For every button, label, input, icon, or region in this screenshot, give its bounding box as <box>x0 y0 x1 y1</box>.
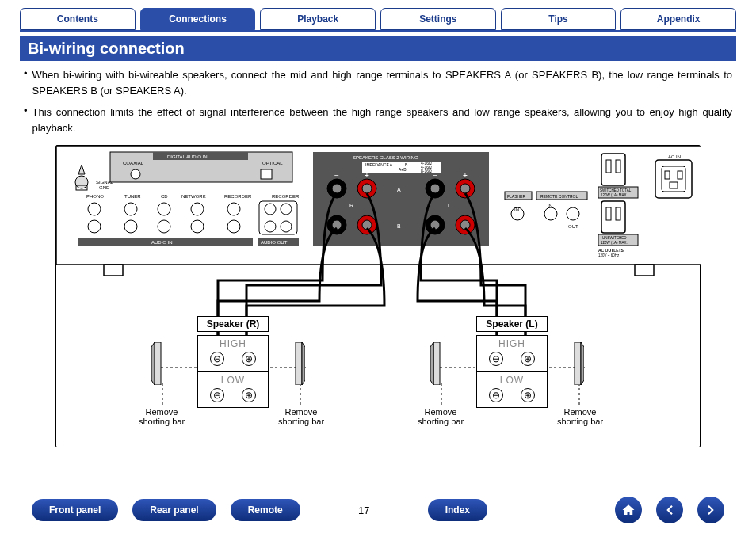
rear-panel-button[interactable]: Rear panel <box>132 499 216 521</box>
speaker-high-label: HIGH <box>198 336 268 349</box>
svg-text:A+B: A+B <box>399 167 407 172</box>
svg-text:A: A <box>397 187 401 192</box>
svg-point-32 <box>265 204 276 215</box>
svg-point-35 <box>281 221 292 232</box>
svg-point-4 <box>75 176 88 188</box>
shorting-caption: Removeshorting bar <box>273 407 329 426</box>
paragraph-2: This connection limits the effect of sig… <box>32 105 732 135</box>
tab-underline <box>20 30 736 32</box>
body-text: •When bi-wiring with bi-wireable speaker… <box>24 66 732 140</box>
speaker-right-label: Speaker (R) <box>197 316 269 332</box>
terminal-plus-icon: ⊕ <box>521 352 535 366</box>
terminal-minus-icon: ⊖ <box>210 352 224 366</box>
svg-text:B: B <box>397 223 401 229</box>
svg-point-33 <box>265 221 276 232</box>
svg-point-22 <box>88 220 101 233</box>
speaker-high-label: HIGH <box>477 336 547 349</box>
remote-button[interactable]: Remote <box>231 499 300 521</box>
svg-text:NETWORK: NETWORK <box>181 194 206 199</box>
home-icon <box>621 503 636 517</box>
svg-rect-31 <box>259 201 297 234</box>
paragraph-1: When bi-wiring with bi-wireable speakers… <box>32 67 732 98</box>
svg-point-54 <box>430 184 440 193</box>
svg-text:120W (1A) MAX.: 120W (1A) MAX. <box>601 193 628 197</box>
speaker-left-label: Speaker (L) <box>476 316 548 332</box>
svg-text:IN: IN <box>514 207 519 211</box>
arrow-left-icon <box>662 503 677 517</box>
index-button[interactable]: Index <box>428 499 487 521</box>
rear-panel-drawing: SIGNAL GND DIGITAL AUDIO IN COAXIAL OPTI… <box>56 146 701 447</box>
terminal-minus-icon: ⊖ <box>489 352 503 366</box>
wiring-diagram: SIGNAL GND DIGITAL AUDIO IN COAXIAL OPTI… <box>55 145 701 447</box>
svg-text:SPEAKERS   CLASS 2 WIRING: SPEAKERS CLASS 2 WIRING <box>353 155 418 160</box>
speaker-low-label: LOW <box>477 372 547 386</box>
svg-text:R: R <box>349 203 353 208</box>
tab-tips[interactable]: Tips <box>501 8 617 30</box>
svg-text:AUDIO OUT: AUDIO OUT <box>261 240 288 245</box>
svg-point-79 <box>544 207 557 220</box>
svg-text:IN: IN <box>548 204 552 208</box>
shorting-bar-icon <box>573 342 584 385</box>
svg-point-34 <box>281 204 292 215</box>
svg-rect-111 <box>155 342 161 385</box>
svg-rect-14 <box>261 169 272 179</box>
svg-text:UNSWITCHED: UNSWITCHED <box>602 236 627 240</box>
svg-rect-113 <box>433 342 440 385</box>
svg-rect-86 <box>601 201 625 233</box>
svg-rect-112 <box>296 342 302 385</box>
svg-text:CD: CD <box>161 194 168 199</box>
svg-text:8-16Ω: 8-16Ω <box>421 169 432 173</box>
back-button[interactable] <box>656 497 683 523</box>
svg-text:AC OUTLETS: AC OUTLETS <box>598 248 624 253</box>
svg-point-26 <box>158 220 170 233</box>
svg-text:OUT: OUT <box>568 224 578 229</box>
svg-text:GND: GND <box>99 185 110 190</box>
tab-connections[interactable]: Connections <box>140 8 256 30</box>
svg-point-21 <box>88 203 101 215</box>
svg-text:REMOTE CONTROL: REMOTE CONTROL <box>540 194 578 199</box>
svg-rect-114 <box>575 342 581 385</box>
section-title: Bi-wiring connection <box>20 36 736 61</box>
svg-point-52 <box>362 184 372 193</box>
svg-text:−: − <box>433 171 437 180</box>
shorting-bar-icon <box>294 342 305 385</box>
tab-appendix[interactable]: Appendix <box>620 8 736 30</box>
svg-text:AC IN: AC IN <box>668 154 681 159</box>
terminal-plus-icon: ⊕ <box>521 388 535 402</box>
svg-rect-3 <box>635 265 654 276</box>
svg-point-80 <box>567 207 579 220</box>
svg-text:PHONO: PHONO <box>86 194 104 199</box>
svg-text:−: − <box>334 171 339 180</box>
svg-text:SWITCHED TOTAL: SWITCHED TOTAL <box>600 188 632 192</box>
tab-playback[interactable]: Playback <box>260 8 376 30</box>
terminal-plus-icon: ⊕ <box>242 352 256 366</box>
terminal-minus-icon: ⊖ <box>210 388 224 402</box>
forward-button[interactable] <box>697 497 724 523</box>
svg-text:L: L <box>448 203 451 208</box>
page-number: 17 <box>315 504 414 516</box>
tab-contents[interactable]: Contents <box>20 8 136 30</box>
speaker-low-label: LOW <box>198 372 268 386</box>
home-button[interactable] <box>615 497 642 523</box>
front-panel-button[interactable]: Front panel <box>32 499 118 521</box>
footer: Front panel Rear panel Remote 17 Index <box>0 497 756 523</box>
terminal-plus-icon: ⊕ <box>242 388 256 402</box>
svg-text:120W (1A) MAX.: 120W (1A) MAX. <box>601 241 628 245</box>
shorting-caption: Removeshorting bar <box>552 407 608 426</box>
svg-text:OPTICAL: OPTICAL <box>262 161 283 166</box>
svg-point-56 <box>460 184 470 193</box>
shorting-bar-icon <box>151 342 162 385</box>
top-tabs: Contents Connections Playback Settings T… <box>0 8 756 30</box>
shorting-caption: Removeshorting bar <box>413 407 468 426</box>
svg-text:+: + <box>463 171 468 180</box>
shorting-caption: Removeshorting bar <box>134 407 189 426</box>
svg-point-50 <box>332 184 342 193</box>
svg-rect-83 <box>601 154 625 185</box>
svg-text:RECORDER: RECORDER <box>224 194 252 199</box>
svg-point-27 <box>191 203 204 215</box>
shorting-bar-icon <box>430 342 441 385</box>
svg-point-28 <box>191 220 204 233</box>
tab-settings[interactable]: Settings <box>380 8 496 30</box>
terminal-minus-icon: ⊖ <box>489 388 503 402</box>
svg-point-24 <box>124 220 137 233</box>
